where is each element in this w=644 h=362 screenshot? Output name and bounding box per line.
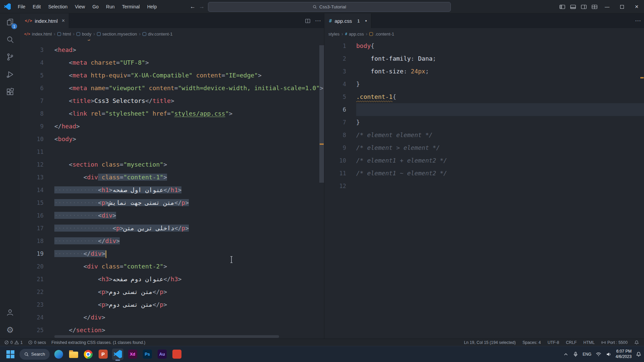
menu-view[interactable]: View — [71, 0, 89, 13]
vscode-app[interactable] — [112, 349, 123, 360]
menu-edit[interactable]: Edit — [29, 0, 45, 13]
tab-app-css[interactable]: # app.css 1 ● — [324, 13, 371, 28]
code-line-11[interactable]: 11/* element1 ~ element2 */ — [324, 167, 644, 180]
forward-button[interactable]: → — [199, 3, 205, 10]
menu-file[interactable]: File — [14, 0, 29, 13]
code-line-4[interactable]: 4 <meta charset="UTF-8"> — [20, 56, 324, 69]
breadcrumb-html[interactable]: html — [57, 32, 71, 37]
code-line-8[interactable]: 8/* element element */ — [324, 129, 644, 141]
taskbar-search[interactable]: Search — [19, 349, 50, 360]
code-line-2[interactable]: 2 font-family: Dana; — [324, 52, 644, 65]
code-line-5[interactable]: 5.content-1{ — [324, 90, 644, 103]
notifications-bell[interactable] — [633, 340, 641, 345]
encoding-status[interactable]: UTF-8 — [546, 340, 561, 345]
code-line-10[interactable]: 10<body> — [20, 133, 324, 145]
split-editor-icon[interactable] — [305, 19, 310, 23]
breadcrumb-div-content-1[interactable]: div.content-1 — [143, 32, 172, 37]
code-line-17[interactable]: 17················<p>داخلی ترین متن</p> — [20, 222, 324, 235]
adobe-xd-app[interactable]: Xd — [127, 349, 138, 360]
code-line-3[interactable]: 3 font-size: 24px; — [324, 65, 644, 78]
breadcrumb-app-css[interactable]: #app.css — [345, 32, 364, 37]
code-line-24[interactable]: 24 </div> — [20, 311, 324, 324]
tray-overflow-chevron[interactable] — [563, 352, 569, 357]
code-line-10[interactable]: 10/* element1 + element2 */ — [324, 154, 644, 167]
edge-app[interactable] — [53, 349, 64, 360]
code-line-9[interactable]: 9</head> — [20, 120, 324, 133]
breadcrumb-content-1-class[interactable]: .content-1 — [369, 32, 394, 37]
back-button[interactable]: ← — [190, 3, 196, 10]
code-line-18[interactable]: 18············</div> — [20, 235, 324, 247]
code-line-6[interactable]: 6 <meta name="viewport" content="width=d… — [20, 82, 324, 95]
maximize-button[interactable] — [614, 0, 629, 13]
menu-help[interactable]: Help — [144, 0, 161, 13]
live-server-port[interactable]: Port : 5500 — [600, 340, 629, 345]
close-button[interactable]: ✕ — [629, 0, 644, 13]
wifi-tray-icon[interactable] — [596, 352, 601, 357]
code-line-5[interactable]: 5 <meta http-equiv="X-UA-Compatible" con… — [20, 69, 324, 82]
breadcrumb-section[interactable]: section.mysection — [97, 32, 137, 37]
problems-status[interactable]: 0 1 — [3, 340, 24, 345]
menu-run[interactable]: Run — [102, 0, 118, 13]
customize-layout-icon[interactable] — [589, 0, 600, 13]
activity-account[interactable] — [0, 304, 20, 321]
command-center-search[interactable]: Css3-Tutorial — [208, 2, 451, 12]
breadcrumb-file[interactable]: </>index.html — [24, 32, 52, 37]
more-actions-icon[interactable]: ⋯ — [635, 17, 641, 24]
activity-run-debug[interactable] — [0, 66, 20, 83]
breadcrumb-body[interactable]: body — [76, 32, 91, 37]
cursor-position[interactable]: Ln 19, Col 15 (194 selected) — [462, 340, 518, 345]
activity-explorer[interactable]: 1 — [0, 13, 20, 31]
code-line-9[interactable]: 9/* element > element */ — [324, 141, 644, 154]
code-line-4[interactable]: 4} — [324, 78, 644, 90]
menu-selection[interactable]: Selection — [45, 0, 71, 13]
notification-bell-tray[interactable] — [636, 352, 641, 357]
code-line-23[interactable]: 23 <p>متن تستی دوم</p> — [20, 298, 324, 311]
powerpoint-app[interactable]: P — [97, 349, 109, 360]
minimize-button[interactable]: — — [600, 0, 614, 13]
menu-terminal[interactable]: Terminal — [118, 0, 144, 13]
code-line-20[interactable]: 20 <div class="content-2"> — [20, 260, 324, 273]
code-line-12[interactable]: 12 — [324, 180, 644, 192]
code-line-11[interactable]: 11 — [20, 145, 324, 158]
code-line-15[interactable]: 15············<p>متن تستی جهت نمایش</p> — [20, 196, 324, 209]
tab-close-icon[interactable]: × — [62, 18, 65, 24]
code-line-25[interactable]: 25 </section> — [20, 324, 324, 337]
tab-index-html[interactable]: </> index.html × — [20, 13, 69, 28]
editor-index-html[interactable]: 2<html lang="fa" dir="rtl">3<head>4 <met… — [20, 40, 324, 339]
code-line-12[interactable]: 12 <section class="mysection"> — [20, 158, 324, 171]
activity-source-control[interactable] — [0, 48, 20, 66]
code-line-7[interactable]: 7} — [324, 116, 644, 129]
timer-status[interactable]: 0 secs — [26, 340, 48, 345]
audition-app[interactable]: Au — [156, 349, 168, 360]
code-line-14[interactable]: 14············<h1>عنوان اول صفحه</h1> — [20, 184, 324, 196]
photoshop-app[interactable]: Ps — [142, 349, 153, 360]
code-line-16[interactable]: 16············<div> — [20, 209, 324, 222]
activity-search[interactable] — [0, 31, 20, 48]
file-explorer-app[interactable] — [68, 349, 79, 360]
code-line-1[interactable]: 1body{ — [324, 40, 644, 52]
activity-extensions[interactable] — [0, 83, 20, 101]
taskbar-clock[interactable]: 6:07 PM 4/6/2023 — [615, 349, 632, 360]
start-button[interactable] — [5, 349, 16, 360]
red-app[interactable] — [171, 349, 182, 360]
indentation-status[interactable]: Spaces: 4 — [521, 340, 543, 345]
horizontal-scrollbar[interactable] — [54, 335, 279, 338]
activity-settings[interactable]: ⚙ — [0, 321, 20, 339]
eol-status[interactable]: CRLF — [564, 340, 578, 345]
dirty-indicator-icon[interactable]: ● — [365, 19, 367, 22]
toggle-primary-sidebar-icon[interactable] — [557, 0, 568, 13]
language-indicator[interactable]: ENG — [583, 352, 591, 357]
code-line-7[interactable]: 7 <title>Css3 Selectors</title> — [20, 95, 324, 107]
code-line-13[interactable]: 13 <div·class="content-1"> — [20, 171, 324, 184]
code-line-3[interactable]: 3<head> — [20, 44, 324, 56]
code-line-21[interactable]: 21 <h3>عنوان دوم صفحه</h3> — [20, 273, 324, 286]
editor-app-css[interactable]: 1body{2 font-family: Dana;3 font-size: 2… — [324, 40, 644, 339]
more-actions-icon[interactable]: ⋯ — [315, 17, 321, 24]
code-line-22[interactable]: 22 <p>متن تستی دوم</p> — [20, 286, 324, 298]
menu-go[interactable]: Go — [89, 0, 102, 13]
code-line-19[interactable]: 19········</div> — [20, 247, 324, 260]
microphone-tray-icon[interactable] — [573, 352, 578, 357]
toggle-secondary-sidebar-icon[interactable] — [578, 0, 589, 13]
toggle-panel-icon[interactable] — [568, 0, 578, 13]
code-line-8[interactable]: 8 <link rel="stylesheet" href="styles/ap… — [20, 107, 324, 120]
